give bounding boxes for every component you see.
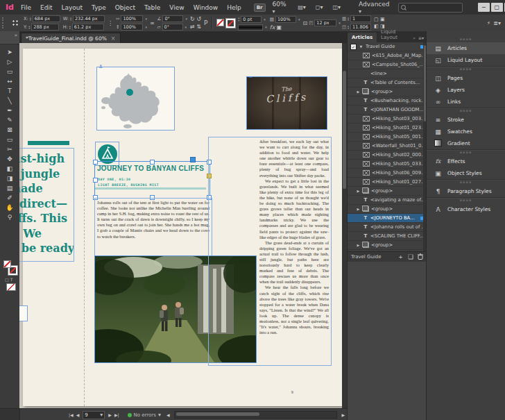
vertical-scrollbar[interactable] — [342, 43, 347, 408]
page-number-field[interactable]: 9 ▾ — [83, 411, 105, 419]
article-item[interactable]: <615_Adobe_AI_Map... — [348, 51, 427, 60]
width-field[interactable]: 232.44 px — [73, 15, 105, 22]
add-content-icon[interactable]: ＋ — [397, 253, 404, 260]
article-item[interactable]: T<Johanna rolls out of ... — [348, 223, 427, 232]
line-tool[interactable]: ╲ — [2, 96, 17, 106]
article-item[interactable]: T<TAKING THE PLUNG... — [348, 250, 427, 251]
tab-articles[interactable]: Articles — [348, 33, 377, 42]
dock-item-links[interactable]: ∞Links — [427, 96, 505, 108]
article-item[interactable]: ▶<group> — [348, 241, 427, 250]
flip-horizontal-icon[interactable]: ⇄ — [190, 24, 195, 30]
include-checkbox[interactable]: ✓ — [350, 44, 357, 50]
dock-item-articles[interactable]: ▤Articles — [427, 42, 505, 54]
panel-menu-icon[interactable]: ≡▾ — [418, 35, 424, 40]
stroke-weight-field[interactable]: 0 pt — [241, 16, 262, 23]
constrain-dimensions-icon[interactable]: ⋮ — [108, 20, 113, 26]
frame-handle[interactable] — [93, 178, 98, 183]
apply-none-button[interactable] — [6, 283, 16, 291]
zoom-tool[interactable]: ⚲ — [2, 212, 17, 222]
close-tab-icon[interactable]: × — [111, 35, 116, 42]
dock-item-object-styles[interactable]: ▣Object Styles — [427, 167, 505, 179]
wood-sign-image-frame[interactable]: ⚓ The Cliffs — [246, 76, 327, 130]
pen-tool[interactable]: ✒ — [2, 106, 17, 115]
new-article-icon[interactable]: ❏ — [408, 253, 413, 260]
article-item[interactable]: <Waterfall_Shot01_0... — [348, 142, 427, 151]
frame-handle[interactable] — [93, 160, 98, 165]
arrange-documents-icon[interactable]: ◫▾ — [333, 4, 341, 10]
rotation-angle-field[interactable]: 0° — [162, 15, 183, 22]
direct-selection-tool[interactable]: ▷ — [2, 57, 17, 67]
rectangle-frame-tool[interactable]: ⊠ — [2, 125, 17, 135]
dock-item-liquid-layout[interactable]: ◱Liquid Layout — [427, 54, 505, 66]
chevron-down-icon[interactable]: ▾ — [158, 412, 161, 418]
article-item[interactable]: T<JONATHAN GOODM... — [348, 106, 427, 115]
expand-icon[interactable]: ▶ — [356, 189, 361, 193]
fill-swatch-none[interactable] — [216, 19, 224, 26]
menu-type[interactable]: Type — [92, 4, 106, 11]
page-tool[interactable]: ▭ — [2, 67, 17, 76]
article-item[interactable]: <Hiking_Shot02_0001... — [348, 151, 427, 160]
horizontal-scroll-thumb[interactable] — [176, 412, 259, 416]
rectangle-tool[interactable]: ▭ — [2, 135, 17, 144]
scale-x-field[interactable]: 100% — [121, 15, 143, 22]
columns-field[interactable]: 1 — [350, 15, 371, 22]
dock-item-effects[interactable]: fxEffects — [427, 156, 505, 167]
tab-liquid-layout[interactable]: Liquid Layout — [377, 27, 413, 42]
gradient-tool[interactable]: ◧ — [2, 164, 17, 174]
height-field[interactable]: 61.2 px — [72, 24, 104, 31]
menu-layout[interactable]: Layout — [61, 4, 83, 11]
menu-object[interactable]: Object — [115, 4, 135, 11]
type-tool[interactable]: T — [2, 86, 17, 96]
text-wrap-icon[interactable]: ▣ — [380, 17, 385, 22]
dock-drag-handle[interactable]: ▪▪▪▪ — [427, 37, 505, 42]
gutter-field[interactable]: 11.806 px — [350, 24, 371, 31]
selection-tool[interactable]: ➤ — [2, 47, 17, 57]
link-scale-icon[interactable]: ∞ — [150, 20, 155, 26]
text-wrap-none-icon[interactable]: ▢ — [374, 17, 379, 22]
menu-help[interactable]: Help — [227, 4, 241, 11]
hand-tool[interactable]: ✋ — [2, 203, 17, 212]
article-item[interactable]: T<Bushwhacking, rock ... — [348, 96, 427, 106]
map-image-frame[interactable]: ⚓ — [96, 67, 175, 131]
shear-angle-field[interactable]: 0° — [162, 24, 183, 31]
pasteboard-frame[interactable] — [19, 305, 28, 321]
article-item[interactable]: <Hiking_Shot05_0019... — [348, 133, 427, 142]
gradient-feather-tool[interactable]: ◨ — [2, 174, 17, 183]
menu-file[interactable]: File — [21, 4, 31, 11]
pencil-tool[interactable]: ✎ — [2, 115, 17, 125]
dock-drag-handle[interactable]: ▪▪▪▪ — [427, 67, 505, 72]
quick-apply-icon[interactable]: ⚡ — [487, 20, 491, 26]
y-position-field[interactable]: 288 px — [31, 24, 59, 31]
article-item[interactable]: <Hiking_Shot06_0098... — [348, 169, 427, 178]
menu-edit[interactable]: Edit — [40, 4, 52, 11]
menu-window[interactable]: Window — [194, 4, 219, 11]
workspace-switcher[interactable]: Advanced ▾ — [359, 1, 391, 15]
note-tool[interactable]: ▤ — [2, 183, 17, 193]
corner-radius-field[interactable]: 12 px — [314, 19, 336, 26]
horizontal-scrollbar[interactable] — [174, 411, 338, 419]
pullquote-text-frame[interactable]: aist-highd junglemadey direct—liffs. Thi… — [19, 148, 74, 262]
next-page-button[interactable]: ▶ — [108, 412, 112, 417]
stroke-type-dropdown[interactable] — [238, 24, 263, 31]
dock-item-character-styles[interactable]: ACharacter Styles — [427, 203, 505, 215]
frame-fitting-icon[interactable]: ⊡ — [303, 20, 308, 26]
article-item[interactable]: <line> — [348, 69, 427, 78]
panel-menu-icon[interactable]: ≣▾ — [493, 20, 501, 26]
stroke-swatch-none[interactable] — [226, 19, 235, 28]
rotate-cw-icon[interactable]: ↻ — [190, 16, 195, 22]
dock-drag-handle[interactable]: ▪▪▪▪ — [427, 198, 505, 203]
vertical-scroll-thumb[interactable] — [343, 71, 346, 189]
tools-panel-header[interactable]: » — [0, 31, 19, 44]
scroll-left-arrow[interactable]: ◀ — [166, 412, 170, 417]
dock-item-gradient[interactable]: Gradient — [427, 137, 505, 149]
dock-item-pages[interactable]: ◫Pages — [427, 72, 505, 84]
article-item[interactable]: <Campsite_Shot06_0... — [348, 60, 427, 69]
pullquote-rule[interactable] — [28, 141, 69, 145]
article-item[interactable]: <Hiking_Shot03_0032... — [348, 115, 427, 124]
article-item[interactable]: <Hiking_Shot01_0275... — [348, 178, 427, 187]
frame-handle[interactable] — [150, 160, 155, 165]
article-item[interactable]: T<Table of Contents... — [348, 78, 427, 87]
expand-icon[interactable]: ▶ — [356, 207, 361, 211]
delete-article-icon[interactable] — [418, 253, 423, 261]
first-page-button[interactable]: |◀ — [69, 412, 74, 417]
